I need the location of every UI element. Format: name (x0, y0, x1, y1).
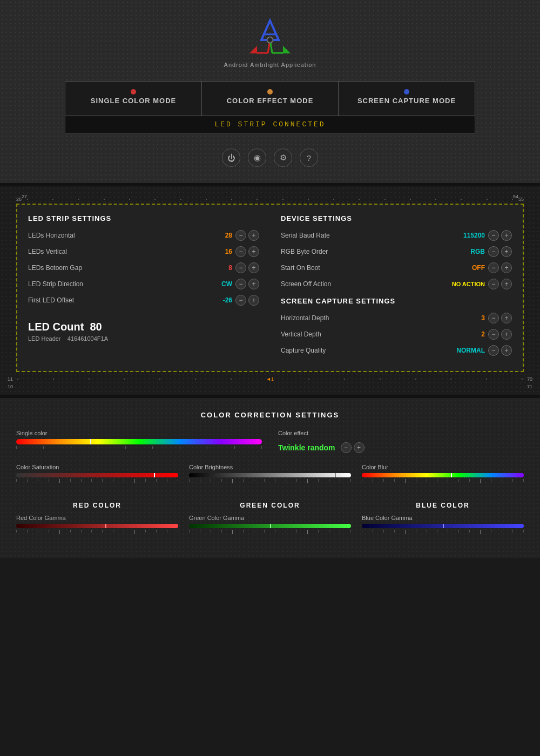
logo-area: Android Ambilight Application (224, 16, 316, 68)
single-color-mode-button[interactable]: SINGLE COLOR MODE (65, 82, 202, 116)
blue-gamma-label: Blue Color Gamma (362, 515, 524, 521)
rgb-order-increment[interactable]: + (501, 246, 512, 257)
screen-capture-mode-button[interactable]: SCREEN CAPTURE MODE (339, 82, 475, 116)
brightness-label: Color Brightness (189, 464, 351, 470)
app-subtitle: Android Ambilight Application (224, 62, 316, 68)
blue-gamma-section: BLUE COLOR Blue Color Gamma (362, 502, 524, 542)
green-gamma-label: Green Color Gamma (189, 515, 351, 521)
screen-off-action-row: Screen Off Action NO ACTION − + (281, 279, 512, 289)
ruler-arrow: ◄1 (266, 376, 274, 382)
led-settings-section: 27 54 26 55 LED STRIP SETTINGS LEDs Hori… (0, 186, 540, 395)
baud-increment[interactable]: + (501, 230, 512, 241)
leds-horizontal-row: LEDs Horizontal 28 − + (28, 230, 259, 241)
leds-vert-decrement[interactable]: − (235, 246, 246, 257)
color-effect-buttons: − + (341, 442, 364, 453)
capture-quality-row: Capture Quality NORMAL − + (281, 345, 512, 356)
screen-capture-dot (404, 89, 409, 94)
color-correction-section: COLOR CORRECTION SETTINGS Single color C… (0, 398, 540, 558)
device-settings-title: DEVICE SETTINGS (281, 214, 512, 222)
device-settings-col: DEVICE SETTINGS Serial Baud Rate 115200 … (281, 214, 512, 361)
brightness-control: Color Brightness (189, 464, 351, 491)
vert-depth-increment[interactable]: + (501, 329, 512, 340)
leds-gap-decrement[interactable]: − (235, 262, 246, 273)
ruler-tr2: 55 (518, 197, 524, 202)
horiz-depth-row: Horizontal Depth 3 − + (281, 313, 512, 323)
leds-gap-increment[interactable]: + (248, 262, 259, 273)
led-offset-increment[interactable]: + (248, 295, 259, 306)
led-offset-row: First LED Offset -26 − + (28, 295, 259, 306)
mode-buttons-container: SINGLE COLOR MODE COLOR EFFECT MODE SCRE… (65, 81, 475, 116)
color-effect-row: Twinkle random − + (278, 442, 524, 453)
led-strip-title: LED STRIP SETTINGS (28, 214, 259, 222)
capture-quality-decrement[interactable]: − (488, 345, 499, 356)
led-dir-decrement[interactable]: − (235, 279, 246, 289)
blue-color-title: BLUE COLOR (362, 502, 524, 509)
red-color-title: RED COLOR (16, 502, 178, 509)
baud-rate-row: Serial Baud Rate 115200 − + (281, 230, 512, 241)
start-on-boot-row: Start On Boot OFF − + (281, 262, 512, 273)
single-color-label: Single color (16, 430, 262, 436)
ruler-tl2: 26 (16, 197, 22, 202)
color-effect-label: Color effect (278, 430, 524, 436)
vert-depth-row: Vertical Depth 2 − + (281, 329, 512, 340)
ruler-br: 70 (527, 376, 532, 382)
led-offset-decrement[interactable]: − (235, 295, 246, 306)
control-icons-row: ⏻ ◉ ⚙ ? (222, 148, 318, 167)
top-panel: Android Ambilight Application SINGLE COL… (0, 0, 540, 183)
color-effect-increment[interactable]: + (354, 442, 364, 453)
horiz-depth-increment[interactable]: + (501, 313, 512, 323)
green-color-title: GREEN COLOR (189, 502, 351, 509)
red-gamma-label: Red Color Gamma (16, 515, 178, 521)
leds-horiz-decrement[interactable]: − (235, 230, 246, 241)
ruler-bl: 11 (8, 376, 13, 382)
led-direction-row: LED Strip Direction CW − + (28, 279, 259, 289)
screen-off-increment[interactable]: + (501, 279, 512, 289)
gamma-row: RED COLOR Red Color Gamma GREEN COLOR Gr… (16, 502, 524, 542)
led-count-block: LED Count 80 LED Header 416461004F1A (28, 314, 259, 342)
leds-vert-increment[interactable]: + (248, 246, 259, 257)
color-effect-control: Color effect Twinkle random − + (278, 430, 524, 456)
blur-label: Color Blur (362, 464, 524, 470)
mid-sliders-row: Color Saturation Color Brightness (16, 464, 524, 491)
power-button[interactable]: ⏻ (222, 148, 240, 167)
rgb-order-row: RGB Byte Order RGB − + (281, 246, 512, 257)
saturation-label: Color Saturation (16, 464, 178, 470)
led-strip-settings-col: LED STRIP SETTINGS LEDs Horizontal 28 − … (28, 214, 259, 361)
led-dir-increment[interactable]: + (248, 279, 259, 289)
network-button[interactable]: ◉ (248, 148, 266, 167)
color-correction-title: COLOR CORRECTION SETTINGS (16, 411, 524, 419)
ruler-br2: 71 (527, 384, 532, 389)
vert-depth-decrement[interactable]: − (488, 329, 499, 340)
screen-off-decrement[interactable]: − (488, 279, 499, 289)
settings-button[interactable]: ⚙ (274, 148, 292, 167)
red-gamma-section: RED COLOR Red Color Gamma (16, 502, 178, 542)
horiz-depth-decrement[interactable]: − (488, 313, 499, 323)
app-logo (248, 16, 292, 59)
svg-point-7 (268, 38, 272, 42)
settings-panel: LED STRIP SETTINGS LEDs Horizontal 28 − … (16, 204, 524, 372)
baud-decrement[interactable]: − (488, 230, 499, 241)
rgb-order-decrement[interactable]: − (488, 246, 499, 257)
boot-decrement[interactable]: − (488, 262, 499, 273)
boot-increment[interactable]: + (501, 262, 512, 273)
single-color-control: Single color (16, 430, 262, 456)
color-effect-mode-button[interactable]: COLOR EFFECT MODE (202, 82, 339, 116)
top-controls-row: Single color Color effect Twinkle random… (16, 430, 524, 456)
single-color-dot (131, 89, 136, 94)
color-effect-decrement[interactable]: − (341, 442, 352, 453)
saturation-control: Color Saturation (16, 464, 178, 491)
green-gamma-section: GREEN COLOR Green Color Gamma (189, 502, 351, 542)
capture-quality-increment[interactable]: + (501, 345, 512, 356)
status-bar: LED STRIP CONNECTED (65, 116, 475, 133)
leds-horiz-increment[interactable]: + (248, 230, 259, 241)
ruler-bl2: 10 (8, 384, 13, 389)
single-color-slider[interactable] (16, 439, 262, 449)
leds-bottom-gap-row: LEDs Botoom Gap 8 − + (28, 262, 259, 273)
color-effect-value: Twinkle random (278, 443, 335, 452)
help-button[interactable]: ? (300, 148, 318, 167)
color-effect-dot (267, 89, 273, 94)
screen-capture-title: SCREEN CAPTURE SETTINGS (281, 297, 512, 305)
leds-vertical-row: LEDs Vertical 16 − + (28, 246, 259, 257)
blur-control: Color Blur (362, 464, 524, 491)
